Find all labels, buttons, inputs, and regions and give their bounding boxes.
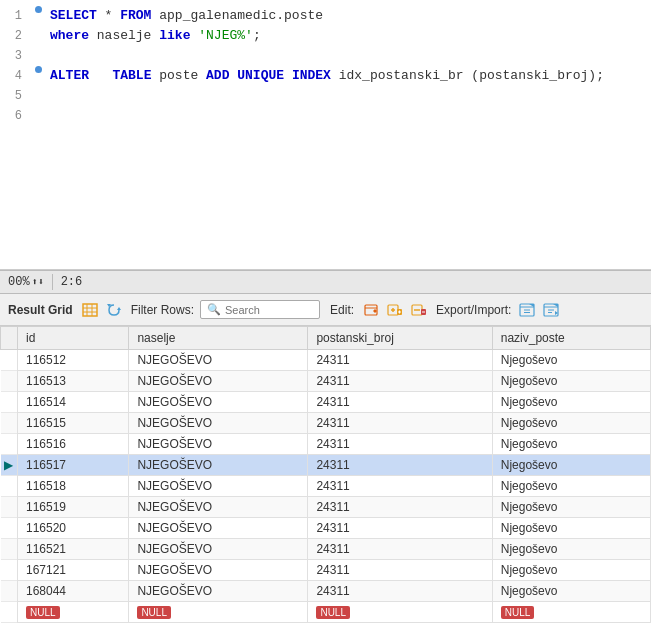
cell-id: 168044	[18, 581, 129, 602]
cell-id: 116520	[18, 518, 129, 539]
zoom-value: 00%	[8, 275, 30, 289]
cell-naziv_poste: Njegoševo	[492, 581, 650, 602]
grid-icon-btn[interactable]	[79, 299, 101, 321]
col-header-naziv_poste[interactable]: naziv_poste	[492, 327, 650, 350]
cell-postanski_broj: 24311	[308, 455, 492, 476]
cell-id: 116513	[18, 371, 129, 392]
cell-postanski_broj: 24311	[308, 413, 492, 434]
refresh-icon-btn[interactable]	[103, 299, 125, 321]
row-indicator	[1, 518, 18, 539]
code-line: 2where naselje like 'NJEG%';	[0, 26, 651, 46]
table-row[interactable]: 116521NJEGOŠEVO24311Njegoševo	[1, 539, 651, 560]
table-row[interactable]: NULLNULLNULLNULL	[1, 602, 651, 623]
export-label: Export/Import:	[436, 303, 511, 317]
refresh-icon	[106, 303, 122, 317]
col-header-id[interactable]: id	[18, 327, 129, 350]
row-indicator	[1, 392, 18, 413]
grid-icons-group	[79, 299, 125, 321]
cell-postanski_broj: 24311	[308, 518, 492, 539]
line-content[interactable]: SELECT * FROM app_galenamedic.poste	[46, 6, 651, 26]
table-row[interactable]: 116519NJEGOŠEVO24311Njegoševo	[1, 497, 651, 518]
table-row[interactable]: 116512NJEGOŠEVO24311Njegoševo	[1, 350, 651, 371]
table-row[interactable]: ▶116517NJEGOŠEVO24311Njegoševo	[1, 455, 651, 476]
cell-postanski_broj: 24311	[308, 581, 492, 602]
cell-naziv_poste: Njegoševo	[492, 560, 650, 581]
cell-postanski_broj: 24311	[308, 497, 492, 518]
row-indicator	[1, 413, 18, 434]
cell-naselje: NJEGOŠEVO	[129, 539, 308, 560]
cell-postanski_broj: 24311	[308, 392, 492, 413]
cell-null-naselje: NULL	[129, 602, 308, 623]
data-grid[interactable]: idnaseljepostanski_brojnaziv_poste 11651…	[0, 326, 651, 633]
cell-naselje: NJEGOŠEVO	[129, 350, 308, 371]
code-line: 6	[0, 106, 651, 126]
line-content[interactable]: where naselje like 'NJEG%';	[46, 26, 651, 46]
results-toolbar: Result Grid Filter Rows: 🔍 Edit:	[0, 294, 651, 326]
export-btn[interactable]	[517, 299, 539, 321]
cell-postanski_broj: 24311	[308, 350, 492, 371]
cell-id: 116521	[18, 539, 129, 560]
cell-naselje: NJEGOŠEVO	[129, 581, 308, 602]
cell-naziv_poste: Njegoševo	[492, 476, 650, 497]
table-row[interactable]: 168044NJEGOŠEVO24311Njegoševo	[1, 581, 651, 602]
cell-id: 116517	[18, 455, 129, 476]
cell-naselje: NJEGOŠEVO	[129, 518, 308, 539]
line-content[interactable]: ALTER TABLE poste ADD UNIQUE INDEX idx_p…	[46, 66, 651, 86]
code-editor[interactable]: 1SELECT * FROM app_galenamedic.poste2whe…	[0, 0, 651, 270]
cell-null-postanski_broj: NULL	[308, 602, 492, 623]
row-indicator	[1, 476, 18, 497]
row-indicator	[1, 434, 18, 455]
svg-rect-0	[83, 304, 97, 316]
col-header-naselje[interactable]: naselje	[129, 327, 308, 350]
cell-id: 167121	[18, 560, 129, 581]
cell-naziv_poste: Njegoševo	[492, 434, 650, 455]
cell-naziv_poste: Njegoševo	[492, 497, 650, 518]
edit-delete-icon	[411, 303, 427, 317]
zoom-stepper[interactable]: ⬆⬇	[32, 276, 44, 288]
table-row[interactable]: 116514NJEGOŠEVO24311Njegoševo	[1, 392, 651, 413]
code-line: 1SELECT * FROM app_galenamedic.poste	[0, 6, 651, 26]
row-indicator	[1, 539, 18, 560]
line-number: 5	[0, 86, 30, 106]
row-indicator	[1, 581, 18, 602]
result-grid-label: Result Grid	[8, 303, 73, 317]
edit-pencil-icon	[363, 303, 379, 317]
row-indicator	[1, 371, 18, 392]
grid-icon	[82, 303, 98, 317]
search-icon: 🔍	[207, 303, 221, 316]
cell-null-id: NULL	[18, 602, 129, 623]
table-row[interactable]: 116516NJEGOŠEVO24311Njegoševo	[1, 434, 651, 455]
table-row[interactable]: 167121NJEGOŠEVO24311Njegoševo	[1, 560, 651, 581]
results-table: idnaseljepostanski_brojnaziv_poste 11651…	[0, 326, 651, 623]
filter-search-box[interactable]: 🔍	[200, 300, 320, 319]
table-row[interactable]: 116520NJEGOŠEVO24311Njegoševo	[1, 518, 651, 539]
import-icon	[543, 302, 561, 318]
col-header-postanski_broj[interactable]: postanski_broj	[308, 327, 492, 350]
line-dot	[30, 66, 46, 73]
edit-icons-group	[360, 299, 430, 321]
edit-add-btn[interactable]	[384, 299, 406, 321]
import-btn[interactable]	[541, 299, 563, 321]
table-row[interactable]: 116515NJEGOŠEVO24311Njegoševo	[1, 413, 651, 434]
table-row[interactable]: 116518NJEGOŠEVO24311Njegoševo	[1, 476, 651, 497]
line-number: 6	[0, 106, 30, 126]
cell-id: 116519	[18, 497, 129, 518]
status-divider	[52, 274, 53, 290]
edit-pencil-btn[interactable]	[360, 299, 382, 321]
cell-naziv_poste: Njegoševo	[492, 539, 650, 560]
line-number: 2	[0, 26, 30, 46]
row-indicator	[1, 560, 18, 581]
edit-delete-btn[interactable]	[408, 299, 430, 321]
cell-id: 116512	[18, 350, 129, 371]
cell-naselje: NJEGOŠEVO	[129, 371, 308, 392]
cell-naselje: NJEGOŠEVO	[129, 497, 308, 518]
cell-postanski_broj: 24311	[308, 560, 492, 581]
code-line: 3	[0, 46, 651, 66]
zoom-control[interactable]: 00% ⬆⬇	[8, 275, 44, 289]
cell-naziv_poste: Njegoševo	[492, 455, 650, 476]
search-input[interactable]	[225, 304, 305, 316]
filter-rows-label: Filter Rows:	[131, 303, 194, 317]
col-indicator	[1, 327, 18, 350]
cell-naziv_poste: Njegoševo	[492, 518, 650, 539]
table-row[interactable]: 116513NJEGOŠEVO24311Njegoševo	[1, 371, 651, 392]
